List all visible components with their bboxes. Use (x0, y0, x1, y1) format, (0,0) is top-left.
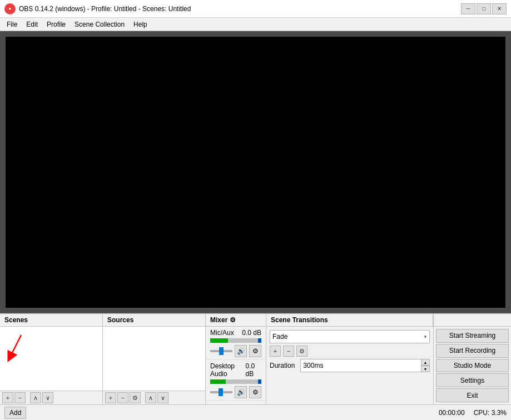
status-cpu: CPU: 3.3% (474, 409, 507, 417)
settings-button[interactable]: Settings (436, 373, 509, 387)
sources-remove-button[interactable]: − (117, 392, 128, 403)
window-controls: ─ □ ✕ (461, 3, 507, 14)
preview-area (0, 31, 511, 313)
desktop-controls: 🔊 ⚙ (210, 386, 261, 398)
maximize-button[interactable]: □ (477, 3, 491, 14)
window-title: OBS 0.14.2 (windows) - Profile: Untitled… (19, 5, 461, 13)
duration-wrapper: ▲ ▼ (300, 359, 430, 372)
panels-right: Fade Cut Swipe Slide + − ⚙ Duration (266, 327, 511, 404)
duration-input[interactable] (300, 359, 430, 372)
mic-volume-slider[interactable] (210, 350, 232, 352)
section-headers: Scenes Sources Mixer ⚙ Scene Transitions (0, 314, 511, 327)
scenes-toolbar: + − ∧ ∨ (0, 391, 102, 404)
mixer-track-mic: Mic/Aux 0.0 dB 🔊 ⚙ (206, 327, 266, 360)
menubar: File Edit Profile Scene Collection Help (0, 18, 511, 31)
mixer-gear-icon[interactable]: ⚙ (230, 316, 236, 324)
duration-up-button[interactable]: ▲ (421, 359, 430, 366)
duration-label: Duration (270, 362, 295, 369)
transition-add-button[interactable]: + (270, 346, 281, 357)
svg-line-1 (10, 335, 21, 357)
desktop-track-db: 0.0 dB (246, 362, 261, 378)
desktop-level-bar (210, 379, 261, 384)
menu-file[interactable]: File (2, 19, 22, 29)
mic-slider-thumb (219, 347, 224, 355)
app-icon: ● (4, 3, 16, 14)
sources-settings-button[interactable]: ⚙ (130, 392, 141, 403)
mixer-panel: Mic/Aux 0.0 dB 🔊 ⚙ Desktop (206, 327, 266, 404)
actions-header-spacer (433, 314, 511, 326)
mic-mute-button[interactable]: 🔊 (235, 345, 247, 357)
mic-track-db: 0.0 dB (242, 329, 261, 337)
scenes-add-button[interactable]: + (2, 392, 13, 403)
transition-settings-button[interactable]: ⚙ (296, 346, 307, 357)
scenes-panel: + − ∧ ∨ (0, 327, 103, 404)
duration-row: Duration ▲ ▼ (270, 359, 430, 372)
menu-scene-collection[interactable]: Scene Collection (70, 19, 129, 29)
arrow-indicator (4, 332, 32, 366)
preview-canvas (6, 37, 505, 308)
scenes-down-button[interactable]: ∨ (42, 392, 53, 403)
scenes-header: Scenes (0, 314, 103, 326)
desktop-bar-green (210, 379, 226, 384)
desktop-slider-thumb (219, 388, 223, 396)
duration-spin: ▲ ▼ (421, 359, 430, 372)
duration-down-button[interactable]: ▼ (421, 366, 430, 372)
sources-list (103, 327, 205, 391)
sources-up-button[interactable]: ∧ (145, 392, 156, 403)
menu-profile[interactable]: Profile (42, 19, 70, 29)
desktop-bar-blue (258, 379, 261, 384)
mixer-track-desktop: Desktop Audio 0.0 dB 🔊 ⚙ (206, 360, 266, 401)
menu-edit[interactable]: Edit (22, 19, 42, 29)
close-button[interactable]: ✕ (492, 3, 507, 14)
status-time: 00:00:00 (439, 409, 465, 417)
scenes-list (0, 327, 102, 391)
transition-select[interactable]: Fade Cut Swipe Slide (270, 330, 430, 343)
studio-mode-button[interactable]: Studio Mode (436, 359, 509, 373)
minimize-button[interactable]: ─ (461, 3, 475, 14)
menu-help[interactable]: Help (129, 19, 152, 29)
scenes-remove-button[interactable]: − (14, 392, 26, 403)
mic-track-name: Mic/Aux (210, 329, 234, 337)
transition-select-row: Fade Cut Swipe Slide (270, 330, 430, 343)
start-streaming-button[interactable]: Start Streaming (436, 329, 509, 343)
exit-button[interactable]: Exit (436, 388, 509, 402)
desktop-settings-button[interactable]: ⚙ (249, 386, 261, 398)
titlebar: ● OBS 0.14.2 (windows) - Profile: Untitl… (0, 0, 511, 18)
sources-header: Sources (103, 314, 206, 326)
mic-settings-button[interactable]: ⚙ (249, 345, 261, 357)
mixer-header: Mixer ⚙ (206, 314, 266, 326)
sources-panel: + − ⚙ ∧ ∨ (103, 327, 206, 404)
desktop-track-name: Desktop Audio (210, 362, 246, 378)
mic-level-bar (210, 338, 261, 343)
transitions-panel: Fade Cut Swipe Slide + − ⚙ Duration (266, 327, 433, 404)
start-recording-button[interactable]: Start Recording (436, 344, 509, 358)
mic-bar-blue (258, 338, 261, 343)
sources-add-button[interactable]: + (105, 392, 116, 403)
transitions-header: Scene Transitions (266, 314, 433, 326)
desktop-volume-slider[interactable] (210, 391, 232, 393)
panels-row: + − ∧ ∨ + − ⚙ ∧ ∨ Mic/Aux (0, 327, 511, 404)
mic-bar-green (210, 338, 228, 343)
sources-down-button[interactable]: ∨ (157, 392, 168, 403)
add-scene-button[interactable]: Add (4, 407, 26, 419)
transition-remove-button[interactable]: − (283, 346, 294, 357)
mic-controls: 🔊 ⚙ (210, 345, 261, 357)
desktop-mute-button[interactable]: 🔊 (235, 386, 247, 398)
sources-toolbar: + − ⚙ ∧ ∨ (103, 391, 205, 404)
transition-select-wrapper: Fade Cut Swipe Slide (270, 330, 430, 343)
bottom-panel: Scenes Sources Mixer ⚙ Scene Transitions (0, 313, 511, 404)
transition-toolbar-row: + − ⚙ (270, 346, 430, 357)
scenes-up-button[interactable]: ∧ (30, 392, 41, 403)
action-buttons: Start Streaming Start Recording Studio M… (433, 327, 511, 404)
statusbar: Add 00:00:00 CPU: 3.3% (0, 404, 511, 420)
